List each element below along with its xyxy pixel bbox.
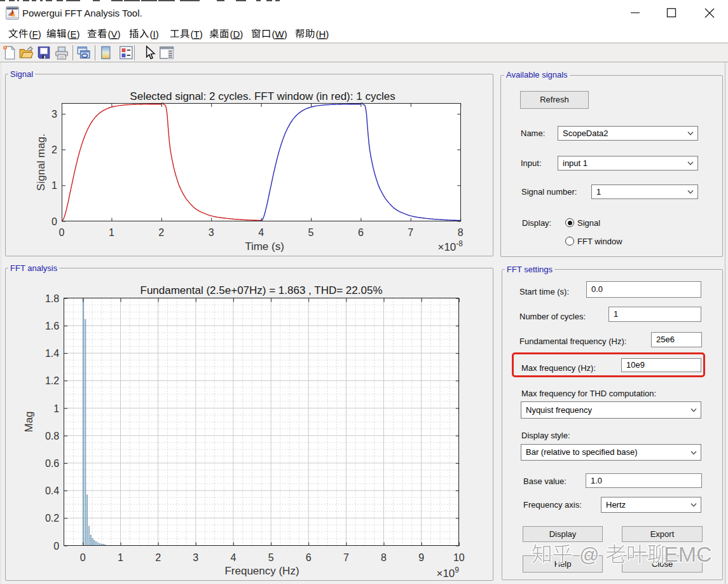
svg-text:(H): (H): [316, 29, 329, 39]
svg-text:Time (s): Time (s): [245, 240, 284, 253]
svg-text:1: 1: [109, 227, 114, 238]
svg-text:1.2: 1.2: [45, 375, 59, 386]
svg-text:1: 1: [53, 403, 59, 414]
svg-text:5: 5: [308, 227, 314, 238]
svg-text:7: 7: [408, 227, 413, 238]
svg-text:1.8: 1.8: [45, 293, 59, 304]
svg-text:8: 8: [458, 227, 464, 238]
svg-text:0.8: 0.8: [45, 431, 59, 441]
svg-text:6: 6: [358, 227, 364, 238]
svg-text:(I): (I): [150, 29, 159, 39]
svg-text:8: 8: [381, 552, 387, 563]
svg-text:0: 0: [80, 552, 86, 563]
svg-text:(T): (T): [191, 29, 203, 39]
svg-text:1.4: 1.4: [45, 348, 59, 359]
svg-text:0: 0: [59, 227, 65, 238]
svg-text:2: 2: [158, 227, 164, 238]
svg-text:7: 7: [343, 552, 349, 563]
svg-text:6: 6: [306, 552, 312, 563]
svg-text:0.4: 0.4: [45, 485, 59, 496]
svg-text:(E): (E): [67, 29, 80, 39]
svg-text:(W): (W): [272, 29, 287, 39]
svg-text:3: 3: [52, 109, 57, 120]
svg-text:Selected signal: 2 cycles. FFT: Selected signal: 2 cycles. FFT window (i…: [130, 90, 395, 102]
svg-text:(D): (D): [230, 29, 244, 39]
svg-text:@: @: [579, 544, 599, 566]
svg-text:10: 10: [453, 552, 465, 563]
svg-text:Signal mag.: Signal mag.: [35, 134, 47, 191]
svg-text:2: 2: [155, 552, 161, 563]
svg-text:(F): (F): [29, 29, 41, 39]
svg-text:1: 1: [52, 180, 57, 191]
svg-text:×109: ×109: [436, 566, 459, 580]
svg-text:9: 9: [418, 552, 424, 563]
svg-text:1: 1: [118, 552, 123, 563]
svg-text:×10-8: ×10-8: [437, 239, 463, 253]
svg-text:0.6: 0.6: [45, 458, 59, 469]
svg-text:4: 4: [230, 552, 236, 563]
svg-text:Frequency (Hz): Frequency (Hz): [224, 565, 299, 577]
svg-text:3: 3: [209, 227, 214, 238]
svg-text:2: 2: [52, 144, 57, 155]
svg-text:0.2: 0.2: [45, 513, 59, 524]
svg-text:1.6: 1.6: [45, 321, 59, 331]
svg-text:EMC: EMC: [664, 542, 712, 566]
svg-text:3: 3: [193, 552, 198, 563]
svg-text:0: 0: [52, 216, 57, 227]
svg-text:(V): (V): [108, 29, 121, 39]
svg-text:0: 0: [53, 541, 59, 552]
svg-text:Fundamental (2.5e+07Hz) = 1.86: Fundamental (2.5e+07Hz) = 1.863 , THD= 2…: [141, 284, 383, 296]
svg-text:Mag: Mag: [23, 411, 35, 432]
svg-text:4: 4: [258, 227, 264, 238]
svg-text:5: 5: [268, 552, 274, 563]
